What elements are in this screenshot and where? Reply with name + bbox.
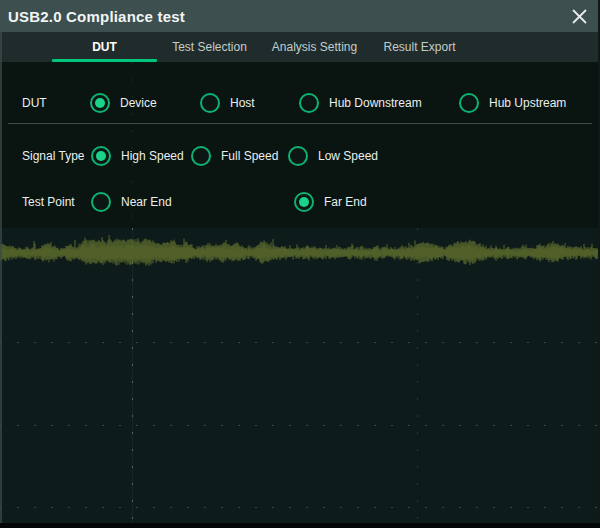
radio-far-end[interactable]: Far End	[294, 192, 367, 212]
row-divider	[8, 123, 592, 124]
radio-low-speed[interactable]: Low Speed	[288, 146, 378, 166]
tab-label: Result Export	[383, 40, 455, 54]
radio-label: Hub Downstream	[329, 96, 422, 110]
radio-label: Hub Upstream	[489, 96, 566, 110]
radio-icon	[200, 93, 220, 113]
tab-bar: DUT Test Selection Analysis Setting Resu…	[0, 32, 600, 62]
tab-result-export[interactable]: Result Export	[367, 32, 472, 62]
tab-label: Test Selection	[172, 40, 247, 54]
graticule-hline-3	[0, 507, 600, 508]
radio-label: Near End	[121, 195, 172, 209]
close-icon	[571, 8, 588, 25]
signal-type-row-label: Signal Type	[22, 149, 85, 163]
graticule-hline-2	[0, 425, 600, 426]
dialog-title: USB2.0 Compliance test	[0, 8, 185, 25]
radio-label: High Speed	[121, 149, 184, 163]
radio-high-speed[interactable]: High Speed	[91, 146, 184, 166]
radio-label: Far End	[324, 195, 367, 209]
radio-full-speed[interactable]: Full Speed	[191, 146, 278, 166]
dut-row-label: DUT	[22, 96, 47, 110]
radio-host[interactable]: Host	[200, 93, 255, 113]
radio-device[interactable]: Device	[90, 93, 157, 113]
graticule-vline-center	[132, 228, 133, 523]
title-bar: USB2.0 Compliance test	[0, 0, 600, 32]
radio-hub-downstream[interactable]: Hub Downstream	[299, 93, 422, 113]
tab-dut[interactable]: DUT	[52, 32, 157, 62]
radio-hub-upstream[interactable]: Hub Upstream	[459, 93, 566, 113]
radio-label: Device	[120, 96, 157, 110]
radio-label: Full Speed	[221, 149, 278, 163]
dialog-bottom-edge	[0, 523, 600, 528]
dialog-left-edge	[0, 32, 2, 523]
radio-icon	[91, 192, 111, 212]
radio-label: Host	[230, 96, 255, 110]
test-point-row-label: Test Point	[22, 195, 75, 209]
waveform-area	[0, 228, 600, 523]
radio-icon	[90, 93, 110, 113]
graticule-hline-1	[0, 342, 600, 343]
graticule-vline-secondary	[417, 228, 418, 523]
radio-icon	[294, 192, 314, 212]
radio-icon	[191, 146, 211, 166]
radio-icon	[299, 93, 319, 113]
radio-label: Low Speed	[318, 149, 378, 163]
tab-test-selection[interactable]: Test Selection	[157, 32, 262, 62]
radio-icon	[459, 93, 479, 113]
radio-icon	[91, 146, 111, 166]
form-area: DUT Device Host Hub Downstream Hub Upstr…	[0, 62, 600, 228]
graticule-vline-upper	[132, 62, 133, 228]
tab-analysis-setting[interactable]: Analysis Setting	[262, 32, 367, 62]
close-button[interactable]	[564, 2, 594, 30]
usb-compliance-dialog: USB2.0 Compliance test DUT Test Selectio…	[0, 0, 600, 528]
radio-icon	[288, 146, 308, 166]
tab-label: DUT	[92, 40, 117, 54]
tab-label: Analysis Setting	[272, 40, 357, 54]
